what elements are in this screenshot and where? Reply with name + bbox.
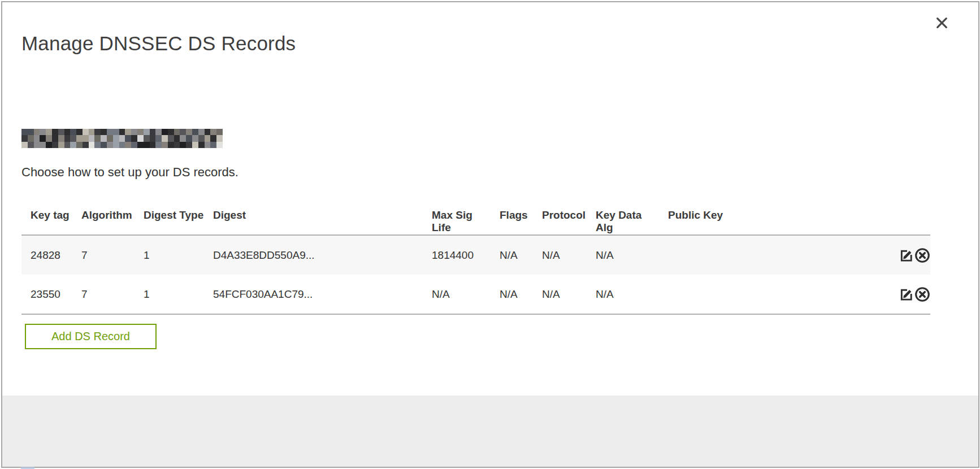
table-header-row: Key tagAlgorithmDigest TypeDigestMax Sig… (21, 205, 930, 235)
add-ds-record-button[interactable]: Add DS Record (25, 324, 157, 349)
redacted-domain-name (21, 129, 223, 148)
table-cell: 1 (135, 275, 204, 314)
close-button[interactable] (930, 12, 953, 35)
column-header: Digest (204, 205, 423, 235)
table-cell: N/A (587, 275, 659, 314)
row-actions (881, 235, 930, 275)
table-cell: N/A (491, 275, 533, 314)
table-cell (659, 275, 881, 314)
table-cell: N/A (423, 275, 491, 314)
delete-record-button[interactable] (914, 286, 930, 302)
edit-icon (899, 295, 914, 303)
column-header: Key tag (21, 205, 72, 235)
table-cell: D4A33E8DD550A9... (204, 235, 423, 275)
edit-record-button[interactable] (899, 286, 914, 302)
dnssec-dialog: Manage DNSSEC DS Records Choose how to s… (1, 1, 979, 468)
ds-records-table: Key tagAlgorithmDigest TypeDigestMax Sig… (21, 205, 930, 315)
table-cell: 1 (135, 235, 204, 275)
table-cell: 1814400 (423, 235, 491, 275)
delete-icon (914, 296, 930, 304)
table-cell: 7 (72, 275, 135, 314)
table-cell: 23550 (21, 275, 72, 314)
column-header: Flags (491, 205, 533, 235)
delete-icon (914, 257, 930, 265)
column-header: Digest Type (135, 205, 204, 235)
page-title: Manage DNSSEC DS Records (21, 32, 296, 55)
edit-icon (899, 256, 914, 264)
row-actions (881, 275, 930, 314)
table-cell (659, 235, 881, 275)
table-cell: N/A (533, 275, 587, 314)
table-row: 235507154FCF030AA1C79...N/AN/AN/AN/A (21, 275, 930, 314)
close-icon (935, 16, 949, 32)
column-header: Algorithm (72, 205, 135, 235)
table-cell: 24828 (21, 235, 72, 275)
column-header: Key Data Alg (587, 205, 659, 235)
table-cell: N/A (587, 235, 659, 275)
background-artifact (21, 467, 34, 469)
table-cell: 7 (72, 235, 135, 275)
delete-record-button[interactable] (914, 247, 930, 263)
column-header: Public Key (659, 205, 881, 235)
table-cell: N/A (533, 235, 587, 275)
footer-bar: Save Cancel (2, 396, 978, 467)
table-row: 2482871D4A33E8DD550A9...1814400N/AN/AN/A (21, 235, 930, 275)
column-header: Protocol (533, 205, 587, 235)
table-cell: 54FCF030AA1C79... (204, 275, 423, 314)
table-cell: N/A (491, 235, 533, 275)
column-header: Max Sig Life (423, 205, 491, 235)
edit-record-button[interactable] (899, 247, 914, 263)
instruction-text: Choose how to set up your DS records. (21, 165, 239, 180)
